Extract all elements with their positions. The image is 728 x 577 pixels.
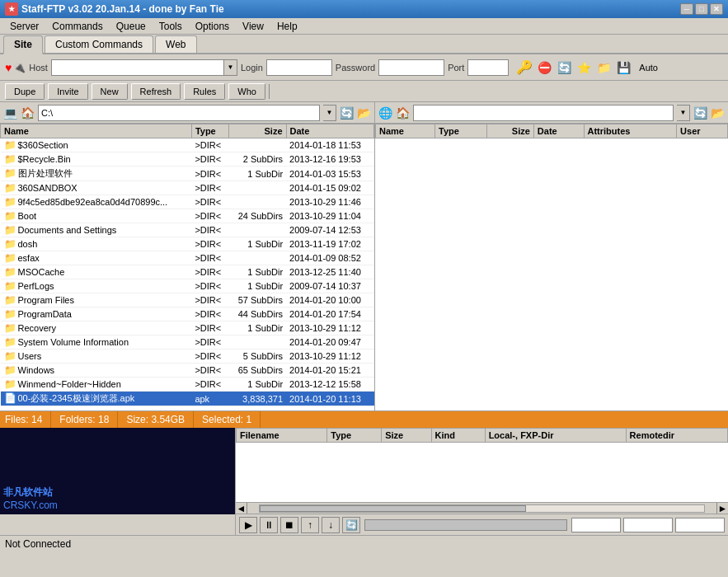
heart-icon: ♥ bbox=[5, 61, 12, 74]
refresh-button[interactable]: Refresh bbox=[131, 83, 181, 100]
new-button[interactable]: New bbox=[92, 83, 128, 100]
table-row[interactable]: 📁Windows>DIR<65 SubDirs2014-01-20 15:21 bbox=[1, 364, 374, 378]
table-row[interactable]: 📁Users>DIR<5 SubDirs2013-10-29 11:12 bbox=[1, 349, 374, 364]
local-path-dropdown[interactable]: ▼ bbox=[323, 105, 336, 121]
tab-site[interactable]: Site bbox=[3, 35, 43, 54]
queue-pause-btn[interactable]: ⏸ bbox=[260, 517, 278, 533]
table-row[interactable]: 📁esfax>DIR<2014-01-09 08:52 bbox=[1, 251, 374, 265]
table-row[interactable]: 📁Recovery>DIR<1 SubDir2013-10-29 11:12 bbox=[1, 321, 374, 335]
file-size: 3,838,371 bbox=[228, 392, 286, 406]
local-refresh-icon[interactable]: 🔄 bbox=[340, 106, 354, 120]
table-row[interactable]: 📁Boot>DIR<24 SubDirs2013-10-29 11:04 bbox=[1, 209, 374, 223]
menu-item-view[interactable]: View bbox=[236, 19, 270, 34]
local-file-list[interactable]: Name Type Size Date 📁$360Section>DIR<201… bbox=[0, 124, 374, 410]
remote-home-icon[interactable]: 🏠 bbox=[396, 106, 410, 120]
remote-refresh-icon[interactable]: 🔄 bbox=[693, 106, 707, 120]
queue-down-btn[interactable]: ↓ bbox=[322, 517, 340, 533]
tab-web[interactable]: Web bbox=[155, 35, 196, 53]
table-row[interactable]: 📁System Volume Information>DIR<2014-01-2… bbox=[1, 335, 374, 349]
menu-item-tools[interactable]: Tools bbox=[153, 19, 189, 34]
file-date: 2013-10-29 11:46 bbox=[286, 195, 373, 209]
local-home-icon[interactable]: 🏠 bbox=[21, 106, 35, 120]
menu-item-options[interactable]: Options bbox=[189, 19, 236, 34]
file-size bbox=[228, 195, 286, 209]
table-row[interactable]: 📁Winmend~Folder~Hidden>DIR<1 SubDir2013-… bbox=[1, 378, 374, 392]
app-icon: ★ bbox=[5, 2, 18, 16]
menu-item-queue[interactable]: Queue bbox=[110, 19, 153, 34]
transfer-col-remotedir: Remotedir bbox=[626, 429, 727, 443]
queue-stop-btn[interactable]: ⏹ bbox=[280, 517, 298, 533]
dupe-button[interactable]: Dupe bbox=[5, 83, 45, 100]
port-input[interactable] bbox=[467, 59, 509, 76]
table-row[interactable]: 📁$Recycle.Bin>DIR<2 SubDirs2013-12-16 19… bbox=[1, 152, 374, 167]
file-size: 1 SubDir bbox=[228, 378, 286, 392]
remote-path-dropdown[interactable]: ▼ bbox=[677, 105, 690, 121]
rules-button[interactable]: Rules bbox=[184, 83, 225, 100]
file-name: 📁Users bbox=[1, 349, 192, 364]
table-row[interactable]: 📁图片处理软件>DIR<1 SubDir2014-01-03 15:53 bbox=[1, 167, 374, 181]
file-size: 1 SubDir bbox=[228, 279, 286, 293]
file-size: 57 SubDirs bbox=[228, 293, 286, 307]
local-up-icon[interactable]: 💻 bbox=[3, 106, 17, 120]
minimize-button[interactable]: ─ bbox=[680, 3, 693, 15]
file-name: 📁System Volume Information bbox=[1, 335, 192, 349]
main-area: 💻 🏠 ▼ 🔄 📂 Name Type Size Date 📁$360Secti… bbox=[0, 102, 728, 411]
remaining-input[interactable] bbox=[675, 518, 725, 532]
host-dropdown[interactable]: ▼ bbox=[224, 59, 237, 76]
local-newfolder-icon[interactable]: 📂 bbox=[357, 106, 371, 120]
queue-up-btn[interactable]: ↑ bbox=[301, 517, 319, 533]
folder-save-icon[interactable]: 💾 bbox=[614, 59, 632, 77]
login-input[interactable] bbox=[266, 59, 332, 76]
time-input[interactable] bbox=[623, 518, 673, 532]
file-type: >DIR< bbox=[191, 209, 228, 223]
title-bar: ★ Staff-FTP v3.02 20.Jan.14 - done by Fa… bbox=[0, 0, 728, 18]
file-date: 2014-01-20 09:47 bbox=[286, 335, 373, 349]
remote-newfolder-icon[interactable]: 📂 bbox=[711, 106, 725, 120]
who-button[interactable]: Who bbox=[228, 83, 265, 100]
file-date: 2013-10-29 11:12 bbox=[286, 321, 373, 335]
menu-bar: ServerCommandsQueueToolsOptionsViewHelp bbox=[0, 18, 728, 35]
fav-icon[interactable]: ⭐ bbox=[575, 59, 593, 77]
maximize-button[interactable]: □ bbox=[695, 3, 708, 15]
watermark-line2: CRSKY.com bbox=[3, 500, 232, 511]
table-row[interactable]: 📁9f4c5ed85dbe92ea8ca0d4d70899c...>DIR<20… bbox=[1, 195, 374, 209]
file-type: >DIR< bbox=[191, 293, 228, 307]
table-row[interactable]: 📁dosh>DIR<1 SubDir2013-11-19 17:02 bbox=[1, 237, 374, 251]
table-row[interactable]: 📁360SANDBOX>DIR<2014-01-15 09:02 bbox=[1, 181, 374, 195]
menu-item-server[interactable]: Server bbox=[3, 19, 45, 34]
remote-path-input[interactable] bbox=[413, 105, 674, 121]
table-row[interactable]: 📁ProgramData>DIR<44 SubDirs2014-01-20 17… bbox=[1, 307, 374, 321]
disconnect-button-icon[interactable]: ⛔ bbox=[535, 59, 553, 77]
transfer-col-size: Size bbox=[382, 429, 431, 443]
table-row[interactable]: 📄00-必装-2345极速浏览器.apkapk3,838,3712014-01-… bbox=[1, 392, 374, 406]
file-date: 2014-01-20 15:21 bbox=[286, 364, 373, 378]
local-path-input[interactable] bbox=[38, 105, 320, 121]
table-row[interactable]: 📁Documents and Settings>DIR<2009-07-14 1… bbox=[1, 223, 374, 237]
connect-button-icon[interactable]: 🔑 bbox=[515, 59, 533, 77]
table-row[interactable]: 📁$360Section>DIR<2014-01-18 11:53 bbox=[1, 138, 374, 152]
file-type: >DIR< bbox=[191, 181, 228, 195]
remote-up-icon[interactable]: 🌐 bbox=[378, 106, 392, 120]
transfer-list[interactable]: FilenameTypeSizeKindLocal-, FXP-DirRemot… bbox=[236, 428, 728, 502]
table-row[interactable]: 📁Program Files>DIR<57 SubDirs2014-01-20 … bbox=[1, 293, 374, 307]
reconnect-icon[interactable]: 🔄 bbox=[555, 59, 573, 77]
file-date: 2014-01-20 10:00 bbox=[286, 293, 373, 307]
menu-item-help[interactable]: Help bbox=[270, 19, 304, 34]
close-button[interactable]: ✕ bbox=[710, 3, 723, 15]
tab-custom-commands[interactable]: Custom Commands bbox=[45, 35, 153, 53]
password-input[interactable] bbox=[378, 59, 444, 76]
queue-play-btn[interactable]: ▶ bbox=[239, 517, 257, 533]
file-date: 2014-01-18 11:53 bbox=[286, 138, 373, 152]
table-row[interactable]: 📁PerfLogs>DIR<1 SubDir2009-07-14 10:37 bbox=[1, 279, 374, 293]
file-size: 5 SubDirs bbox=[228, 349, 286, 364]
folder-open-icon[interactable]: 📁 bbox=[594, 59, 613, 77]
file-size: 1 SubDir bbox=[228, 167, 286, 181]
table-row[interactable]: 📁MSOCache>DIR<1 SubDir2013-12-25 11:40 bbox=[1, 265, 374, 279]
queue-refresh-btn[interactable]: 🔄 bbox=[342, 517, 360, 533]
transfer-scrollbar[interactable]: ◄ ► bbox=[236, 502, 728, 514]
speed-input[interactable] bbox=[571, 518, 621, 532]
invite-button[interactable]: Invite bbox=[48, 83, 87, 100]
host-input[interactable] bbox=[51, 59, 224, 76]
menu-item-commands[interactable]: Commands bbox=[45, 19, 109, 34]
remote-file-list[interactable]: Name Type Size Date Attributes User bbox=[375, 124, 728, 410]
